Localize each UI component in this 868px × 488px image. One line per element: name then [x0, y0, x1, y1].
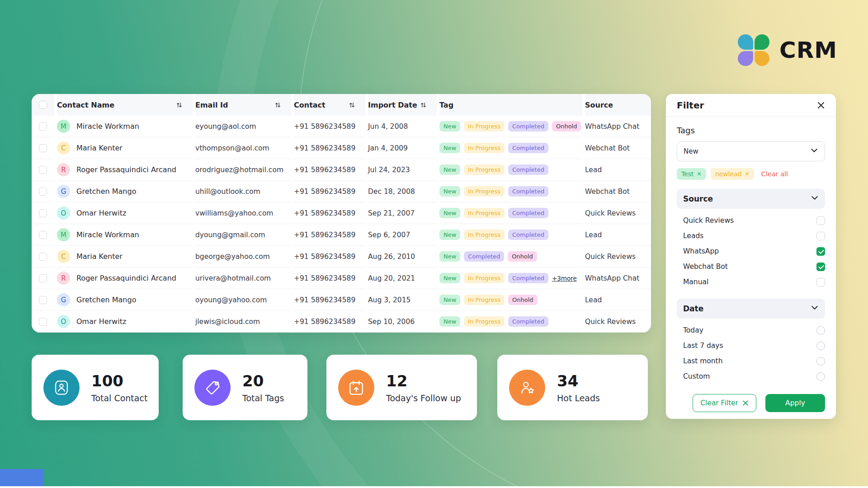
date-option-today[interactable]: Today	[677, 323, 825, 338]
date-option-custom[interactable]: Custom	[677, 369, 825, 384]
email-cell: urivera@hotmail.com	[195, 267, 291, 289]
table-row: GGretchen Mangouhill@outlook.com+91 5896…	[32, 181, 651, 202]
tag-pill-new: New	[439, 251, 460, 262]
contact-cell: +91 5896234589	[294, 181, 365, 202]
source-section-label: Source	[683, 194, 713, 203]
row-checkbox[interactable]	[39, 318, 47, 326]
sort-icon[interactable]	[420, 102, 427, 108]
checkbox-cell	[32, 116, 54, 137]
source-option-leads[interactable]: Leads	[677, 228, 825, 244]
row-checkbox[interactable]	[39, 166, 47, 174]
sort-icon[interactable]	[274, 102, 281, 108]
date-radio[interactable]	[816, 357, 825, 366]
row-checkbox[interactable]	[39, 231, 47, 239]
date-radio[interactable]	[816, 342, 825, 350]
source-cell: Webchat Bot	[585, 137, 651, 159]
column-header-contact[interactable]: Contact	[294, 94, 365, 116]
contact-name: Omar Herwitz	[76, 317, 126, 326]
filter-panel: Filter Tags New Test✕newlead✕ Clear all …	[666, 94, 836, 419]
tags-dropdown-value: New	[684, 147, 698, 155]
tag-pill-in-progress: In Progress	[464, 295, 505, 305]
clear-all-link[interactable]: Clear all	[761, 170, 788, 178]
email-cell: jlewis@icloud.com	[195, 311, 291, 333]
date-radio[interactable]	[816, 326, 825, 335]
import-date-cell: Aug 3, 2015	[368, 289, 437, 311]
import-date-cell: Aug 20, 2021	[368, 267, 437, 289]
table-row: OOmar Herwitzjlewis@icloud.com+91 589623…	[32, 311, 651, 333]
contact-name-cell: OOmar Herwitz	[57, 311, 193, 333]
source-checkbox[interactable]	[816, 247, 825, 256]
source-option-label: Leads	[683, 232, 703, 240]
more-tags-link[interactable]: +3more	[552, 275, 577, 282]
row-checkbox[interactable]	[39, 188, 47, 196]
import-date-cell: Dec 18, 2008	[368, 181, 437, 202]
source-cell: Lead	[585, 224, 651, 246]
tag-pill-in-progress: In Progress	[464, 316, 505, 327]
source-section-header[interactable]: Source	[677, 189, 825, 209]
chevron-down-icon	[811, 304, 819, 314]
sort-icon[interactable]	[349, 102, 355, 108]
date-option-last-7-days[interactable]: Last 7 days	[677, 338, 825, 353]
source-option-whatsapp[interactable]: WhatsApp	[677, 244, 825, 259]
contact-name-cell: GGretchen Mango	[57, 289, 193, 311]
chevron-down-icon	[810, 146, 818, 156]
filter-actions: Clear Filter Apply	[677, 394, 825, 412]
column-header-email-id[interactable]: Email Id	[195, 94, 291, 116]
email-cell: oyoung@yahoo.com	[195, 289, 291, 311]
source-checkbox[interactable]	[816, 263, 825, 271]
source-checkbox[interactable]	[816, 278, 825, 286]
email-cell: bgeorge@yahoo.com	[195, 246, 291, 267]
tag-pill-in-progress: In Progress	[464, 186, 505, 197]
avatar: M	[57, 120, 70, 133]
email-cell: orodriguez@hotmail.com	[195, 159, 291, 181]
import-date-cell: Jul 24, 2023	[368, 159, 437, 181]
tag-icon	[194, 370, 231, 406]
sort-icon[interactable]	[176, 102, 183, 108]
source-options: Quick ReviewsLeadsWhatsAppWebchat BotMan…	[677, 209, 825, 290]
stat-card-hot-leads: 34 Hot Leads	[497, 355, 648, 420]
tag-pill-new: New	[439, 316, 460, 327]
row-checkbox[interactable]	[39, 144, 47, 152]
remove-chip-icon[interactable]: ✕	[745, 171, 750, 177]
remove-chip-icon[interactable]: ✕	[697, 171, 702, 177]
selected-tags-row: Test✕newlead✕ Clear all	[677, 168, 825, 180]
avatar: C	[57, 141, 70, 155]
avatar: R	[57, 272, 70, 285]
avatar: O	[57, 206, 70, 220]
row-checkbox[interactable]	[39, 296, 47, 304]
date-option-label: Today	[683, 326, 703, 334]
row-checkbox[interactable]	[39, 253, 47, 261]
tag-pill-new: New	[439, 164, 460, 175]
source-option-label: Quick Reviews	[683, 216, 734, 225]
row-checkbox[interactable]	[39, 209, 47, 217]
apply-button[interactable]: Apply	[765, 394, 825, 412]
source-cell: WhatsApp Chat	[585, 116, 651, 137]
date-section-header[interactable]: Date	[677, 299, 825, 319]
contact-name: Gretchen Mango	[76, 187, 136, 196]
source-option-webchat-bot[interactable]: Webchat Bot	[677, 259, 825, 274]
select-all-checkbox[interactable]	[39, 101, 47, 109]
source-option-quick-reviews[interactable]: Quick Reviews	[677, 213, 825, 228]
source-checkbox[interactable]	[816, 216, 825, 225]
crm-logo-icon	[738, 34, 769, 66]
source-checkbox[interactable]	[816, 232, 825, 240]
close-filter-icon[interactable]	[817, 101, 825, 109]
row-checkbox[interactable]	[39, 274, 47, 282]
clear-filter-button[interactable]: Clear Filter	[693, 394, 756, 412]
source-option-label: WhatsApp	[683, 247, 719, 255]
date-option-last-month[interactable]: Last month	[677, 353, 825, 369]
import-date-cell: Jun 4, 2008	[368, 116, 437, 137]
tag-pill-new: New	[439, 143, 460, 153]
tags-dropdown[interactable]: New	[677, 141, 825, 161]
source-option-manual[interactable]: Manual	[677, 274, 825, 290]
date-radio[interactable]	[816, 372, 825, 381]
stat-card-todays-follow-up: 12 Today's Follow up	[326, 355, 477, 420]
row-checkbox[interactable]	[39, 122, 47, 131]
app-logo: CRM	[738, 34, 837, 66]
tag-cell: NewIn ProgressCompleted	[439, 181, 582, 202]
column-header-contact-name[interactable]: Contact Name	[57, 94, 193, 116]
column-header-import-date[interactable]: Import Date	[368, 94, 437, 116]
date-option-label: Custom	[683, 372, 710, 380]
tag-pill-completed: Completed	[508, 164, 548, 175]
import-date-cell: Sep 21, 2007	[368, 202, 437, 224]
